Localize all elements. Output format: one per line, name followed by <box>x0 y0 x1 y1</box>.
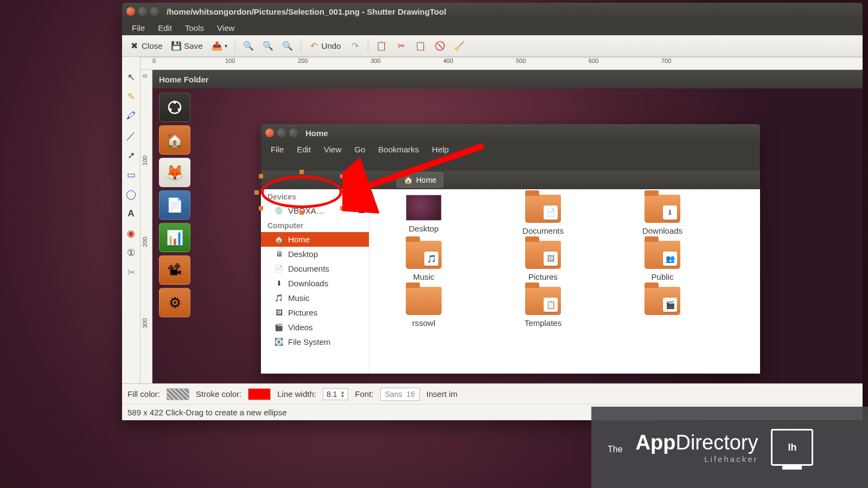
sidebar-item-label: Downloads <box>288 279 328 288</box>
naut-menu-edit[interactable]: Edit <box>291 143 316 156</box>
options-bar: Fill color: Stroke color: Line width: 8.… <box>122 383 863 404</box>
folder-label: Desktop <box>409 224 438 233</box>
pencil-tool[interactable]: ✎ <box>125 91 137 102</box>
naut-menu-help[interactable]: Help <box>426 143 454 156</box>
line-tool[interactable]: ／ <box>125 130 137 142</box>
launcher-app-icon[interactable]: ⚙ <box>159 288 190 317</box>
launcher-impress-icon[interactable]: 📽 <box>159 255 190 285</box>
folder-downloads[interactable]: ⬇Downloads <box>619 195 706 235</box>
brush-icon: 🧹 <box>454 41 465 52</box>
ellipse-tool[interactable]: ◯ <box>125 188 137 200</box>
naut-menu-bookmarks[interactable]: Bookmarks <box>373 143 424 156</box>
window-maximize-icon[interactable] <box>150 7 159 16</box>
close-button[interactable]: ✖Close <box>125 38 165 54</box>
stepper-icon[interactable]: ▲▼ <box>340 390 344 398</box>
folder-music[interactable]: 🎵Music <box>380 241 467 281</box>
nautilus-minimize-icon[interactable] <box>277 129 286 137</box>
selection-handle[interactable] <box>344 190 349 195</box>
number-tool[interactable]: ① <box>125 247 137 259</box>
sidebar-device-vboxa[interactable]: 💿 VBOXA… ⏏ <box>261 203 369 218</box>
sidebar-item-videos[interactable]: 🎬Videos <box>261 320 369 335</box>
selection-handle[interactable] <box>340 206 344 210</box>
sidebar-item-file-system[interactable]: 💽File System <box>261 335 369 349</box>
nautilus-main[interactable]: Desktop📄Documents⬇Downloads🎵Music🖼Pictur… <box>369 189 760 374</box>
folder-label: Documents <box>522 226 564 235</box>
folder-icon: ⬇ <box>644 195 680 223</box>
save-button[interactable]: 💾Save <box>168 38 206 54</box>
zoom-out-button[interactable]: 🔍 <box>259 38 277 54</box>
pointer-tool[interactable]: ↖ <box>125 71 137 83</box>
sidebar-item-downloads[interactable]: ⬇Downloads <box>261 276 369 291</box>
sidebar-item-label: Desktop <box>288 249 318 259</box>
sidebar-computer-header: Computer <box>261 218 369 232</box>
folder-pictures[interactable]: 🖼Pictures <box>500 241 586 281</box>
rectangle-tool[interactable]: ▭ <box>125 169 137 181</box>
selection-handle[interactable] <box>254 190 259 195</box>
font-picker[interactable]: Sans 16 <box>380 388 420 401</box>
folder-templates[interactable]: 📋Templates <box>500 287 586 328</box>
launcher-firefox-icon[interactable]: 🦊 <box>159 158 190 187</box>
launcher-dash-icon[interactable] <box>159 93 190 122</box>
canvas[interactable]: Home Folder 🏠 🦊 📄 📊 📽 ⚙ Home File Edit V… <box>152 70 863 383</box>
clear-button[interactable]: 🧹 <box>451 38 468 54</box>
folder-documents[interactable]: 📄Documents <box>500 195 586 235</box>
ruler-tick: 300 <box>142 318 148 328</box>
launcher-files-icon[interactable]: 🏠 <box>159 125 190 155</box>
svg-point-3 <box>178 108 181 111</box>
censor-tool[interactable]: ◉ <box>125 227 137 239</box>
sidebar-item-music[interactable]: 🎵Music <box>261 291 369 305</box>
folder-public[interactable]: 👥Public <box>619 241 706 281</box>
window-close-icon[interactable] <box>126 7 135 16</box>
sidebar-item-desktop[interactable]: 🖥Desktop <box>261 247 369 261</box>
pathbar-home-button[interactable]: 🏠Home <box>397 172 443 188</box>
stroke-color-swatch[interactable] <box>248 388 271 400</box>
folder-rssowl[interactable]: rssowl <box>380 287 467 328</box>
menu-edit[interactable]: Edit <box>152 22 177 34</box>
zoom-in-button[interactable]: 🔍 <box>240 38 257 54</box>
window-minimize-icon[interactable] <box>138 7 147 16</box>
watermark-lh: lh <box>773 431 812 464</box>
selection-handle[interactable] <box>340 174 344 178</box>
ruler-tick: 0 <box>142 74 148 78</box>
selection-handle[interactable] <box>259 206 263 210</box>
naut-menu-file[interactable]: File <box>265 143 289 156</box>
separator <box>301 39 301 53</box>
arrow-tool[interactable]: ➚ <box>125 149 137 161</box>
launcher-writer-icon[interactable]: 📄 <box>159 190 190 220</box>
crop-tool[interactable]: ✂ <box>125 266 137 278</box>
menu-file[interactable]: File <box>126 22 150 34</box>
folder-desktop[interactable]: Desktop <box>380 195 467 235</box>
nautilus-close-icon[interactable] <box>265 129 274 137</box>
paste-button[interactable]: 📋 <box>412 38 429 54</box>
export-button[interactable]: 📤▾ <box>208 38 231 54</box>
selection-handle[interactable] <box>299 170 304 174</box>
cut-button[interactable]: ✂ <box>392 38 410 54</box>
selection-handle[interactable] <box>259 174 263 178</box>
menu-view[interactable]: View <box>212 22 240 34</box>
naut-menu-go[interactable]: Go <box>349 143 371 156</box>
fill-color-swatch[interactable] <box>167 388 189 400</box>
highlighter-tool[interactable]: 🖍 <box>125 110 137 122</box>
naut-menu-view[interactable]: View <box>318 143 347 156</box>
menu-tools[interactable]: Tools <box>180 22 209 34</box>
selection-handle[interactable] <box>299 210 304 215</box>
ruler-tick: 400 <box>443 57 453 64</box>
ruler-horizontal: 0100200300400500600700 <box>141 57 863 70</box>
sidebar-item-home[interactable]: 🏠Home <box>261 232 369 247</box>
delete-button[interactable]: 🚫 <box>431 38 449 54</box>
text-tool[interactable]: A <box>125 208 137 220</box>
folder-icon: 🖥 <box>274 250 284 259</box>
launcher-calc-icon[interactable]: 📊 <box>159 223 190 252</box>
copy-button[interactable]: 📋 <box>373 38 390 54</box>
nautilus-maximize-icon[interactable] <box>289 129 298 137</box>
sidebar-item-pictures[interactable]: 🖼Pictures <box>261 305 369 320</box>
zoom-out-icon: 🔍 <box>263 41 273 52</box>
disc-icon: 💿 <box>274 207 284 215</box>
redo-button[interactable]: ↷ <box>346 38 363 54</box>
folder-item[interactable]: 🎬 <box>619 287 706 328</box>
line-width-input[interactable]: 8.1▲▼ <box>323 388 348 400</box>
sidebar-item-documents[interactable]: 📄Documents <box>261 261 369 276</box>
eject-icon[interactable]: ⏏ <box>358 207 365 215</box>
zoom-fit-button[interactable]: 🔍 <box>279 38 296 54</box>
undo-button[interactable]: ↶Undo <box>305 38 344 54</box>
